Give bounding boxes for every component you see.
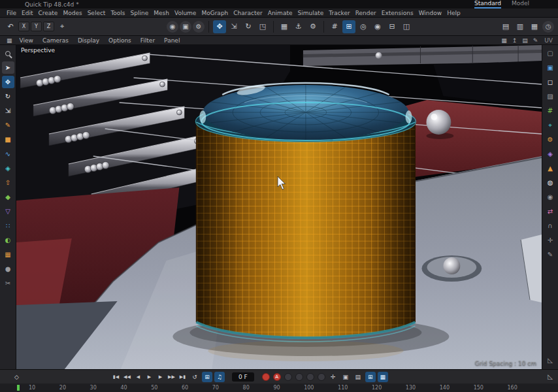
- next-frame-button[interactable]: ▶: [156, 372, 165, 382]
- modeling-settings-icon[interactable]: ⚙: [306, 20, 320, 33]
- menu-file[interactable]: File: [4, 10, 19, 16]
- extrude-tool-icon[interactable]: ⇧: [2, 176, 14, 189]
- axis-center-icon[interactable]: ✛: [544, 234, 557, 246]
- record-keyframe-button[interactable]: [262, 373, 270, 381]
- library-browse-icon[interactable]: ▦: [528, 20, 541, 33]
- deformer-tool-icon[interactable]: ▽: [2, 205, 14, 218]
- volume-tool-icon[interactable]: ▦: [2, 248, 14, 261]
- viewport-menu-options[interactable]: Options: [104, 37, 136, 44]
- spline-primitive-icon[interactable]: ∿: [2, 148, 14, 160]
- timeline-ruler[interactable]: 10 20 30 40 50 60 70 80 90 100 110 120 1…: [0, 384, 558, 392]
- menu-spline[interactable]: Spline: [128, 10, 152, 16]
- snap-target-icon[interactable]: ◉: [371, 20, 384, 33]
- workplane-icon[interactable]: ▦: [278, 20, 291, 33]
- menu-volume[interactable]: Volume: [172, 10, 199, 16]
- move-tool-icon[interactable]: ✥: [2, 76, 14, 88]
- library-load-icon[interactable]: ▥: [514, 20, 527, 33]
- make-editable-icon[interactable]: ▣: [544, 61, 557, 74]
- viewport-3d[interactable]: Perspective Grid Spacing : 10 cm: [16, 45, 542, 369]
- viewport-menu-cameras[interactable]: Cameras: [38, 37, 73, 44]
- snap-magnet-icon[interactable]: ∩: [544, 220, 557, 232]
- menu-render[interactable]: Render: [353, 10, 379, 16]
- frame-quantize-icon[interactable]: ⊞: [202, 372, 212, 382]
- scale-tool-icon[interactable]: ⇲: [227, 20, 240, 33]
- keyframe-diamond-icon[interactable]: ◇: [14, 374, 19, 380]
- record-parameter-toggle[interactable]: [318, 373, 325, 381]
- quantize-icon[interactable]: ⊞: [342, 20, 355, 33]
- undo-icon[interactable]: ↶: [4, 20, 17, 33]
- cube-primitive-icon[interactable]: ■: [2, 133, 14, 146]
- prev-key-button[interactable]: ◀◀: [122, 372, 132, 382]
- pla-crosshair-icon[interactable]: ✛: [328, 372, 338, 382]
- mirror-tool-icon[interactable]: ⇄: [544, 205, 557, 218]
- knife-tool-icon[interactable]: ✂: [2, 277, 14, 289]
- library-save-icon[interactable]: ▤: [499, 20, 512, 33]
- menu-help[interactable]: Help: [444, 10, 463, 16]
- edges-mode-icon[interactable]: ◈: [544, 148, 557, 160]
- x-axis-lock-button[interactable]: X: [18, 22, 29, 31]
- workplane-mode-icon[interactable]: #: [544, 105, 557, 117]
- autokey-button[interactable]: A: [273, 373, 281, 381]
- show-tracks-icon[interactable]: ▦: [378, 372, 388, 382]
- viewport-menu-filter[interactable]: Filter: [136, 37, 159, 44]
- record-rotation-toggle[interactable]: [306, 373, 314, 381]
- viewport-menu-display[interactable]: Display: [73, 37, 104, 44]
- camera-label[interactable]: Perspective: [21, 47, 55, 54]
- model-mode-icon[interactable]: ◻: [544, 76, 557, 88]
- prev-frame-button[interactable]: ◀: [133, 372, 143, 382]
- uv-tab[interactable]: UV: [544, 37, 553, 44]
- polygons-mode-icon[interactable]: ▲: [544, 162, 557, 174]
- viewport-menu-view[interactable]: View: [15, 37, 38, 44]
- subdivision-surface-icon[interactable]: ◈: [2, 162, 14, 174]
- menu-animate[interactable]: Animate: [265, 10, 295, 16]
- move-tool-icon[interactable]: ✥: [213, 20, 226, 33]
- axis-mode-icon[interactable]: ⌖: [544, 119, 557, 131]
- viewport-menu-panel[interactable]: Panel: [159, 37, 184, 44]
- menu-modes[interactable]: Modes: [60, 10, 84, 16]
- current-frame-marker[interactable]: [17, 385, 20, 391]
- coordinate-system-icon[interactable]: ⌖: [56, 20, 69, 33]
- menu-edit[interactable]: Edit: [19, 10, 35, 16]
- layout-standard-tab[interactable]: Standard: [474, 0, 501, 8]
- viewport-camera-icon[interactable]: ◉: [544, 191, 557, 203]
- workplane-align-icon[interactable]: ◫: [400, 20, 413, 33]
- sound-toggle-icon[interactable]: ♫: [214, 372, 225, 382]
- goto-start-button[interactable]: ▮◀: [111, 372, 121, 382]
- pen-tool-icon[interactable]: ✎: [2, 119, 14, 131]
- scale-tool-icon[interactable]: ⇲: [2, 105, 14, 117]
- z-axis-lock-button[interactable]: Z: [43, 22, 54, 31]
- anchor-icon[interactable]: ⚓: [292, 20, 305, 33]
- asset-browser-icon[interactable]: ◷: [542, 21, 554, 33]
- viewport-maximize-icon[interactable]: ↥: [510, 37, 520, 44]
- lod-corner-icon[interactable]: ◺: [544, 354, 557, 367]
- zoom-tool-icon[interactable]: [2, 47, 14, 59]
- material-sphere-icon[interactable]: ●: [2, 263, 14, 275]
- texture-mode-icon[interactable]: ▨: [544, 90, 557, 103]
- menu-tracker[interactable]: Tracker: [326, 10, 352, 16]
- snap-grid-icon[interactable]: #: [328, 20, 341, 33]
- workplane-lock-icon[interactable]: ⊟: [386, 20, 399, 33]
- field-tool-icon[interactable]: ◐: [2, 234, 14, 246]
- script-pen-icon[interactable]: ✎: [544, 248, 557, 261]
- viewport-layout-icon[interactable]: ▦: [4, 37, 15, 44]
- snap-frames-icon[interactable]: ⊞: [365, 372, 376, 382]
- region-select-icon[interactable]: ▢: [544, 47, 557, 59]
- rotate-tool-icon[interactable]: ↻: [242, 20, 255, 33]
- viewport-grid-icon[interactable]: ▦: [499, 37, 510, 44]
- render-settings-icon[interactable]: ⚙: [193, 21, 205, 33]
- points-mode-icon[interactable]: ⚙: [544, 133, 557, 146]
- uv-mode-icon[interactable]: ◍: [544, 176, 557, 189]
- viewport-pen-icon[interactable]: ✎: [531, 37, 541, 44]
- menu-create[interactable]: Create: [36, 10, 61, 16]
- render-picture-viewer-icon[interactable]: ▣: [180, 21, 191, 33]
- cloner-tool-icon[interactable]: ∷: [2, 220, 14, 232]
- snap-mode-icon[interactable]: ◎: [357, 20, 370, 33]
- menu-character[interactable]: Character: [231, 10, 265, 16]
- rotate-tool-icon[interactable]: ↻: [2, 90, 14, 103]
- generator-tool-icon[interactable]: ◆: [2, 191, 14, 203]
- menu-mesh[interactable]: Mesh: [151, 10, 172, 16]
- record-position-toggle[interactable]: [284, 373, 292, 381]
- menu-simulate[interactable]: Simulate: [295, 10, 326, 16]
- play-button[interactable]: ▶: [144, 372, 154, 382]
- loop-mode-icon[interactable]: ↺: [189, 372, 200, 382]
